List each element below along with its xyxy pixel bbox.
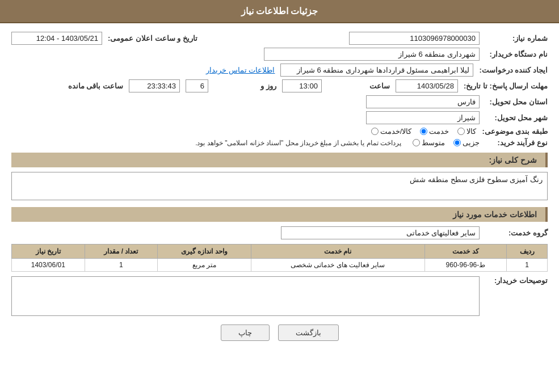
category-option-khadamat: خدمت [420, 127, 449, 136]
col-header-unit: واحد اندازه گیری [158, 245, 251, 259]
cell-quantity: 1 [85, 259, 157, 272]
category-radio-group: کالا/خدمت خدمت کالا [371, 127, 477, 136]
page-header: جزئیات اطلاعات نیاز [0, 0, 559, 23]
category-radio-kala-khadamat[interactable] [371, 128, 379, 135]
description-value: رنگ آمیزی سطوح فلزی سطح منطقه شش [11, 172, 548, 200]
page-wrapper: جزئیات اطلاعات نیاز شماره نیاز: 11030969… [0, 0, 559, 392]
cell-row-num: 1 [507, 259, 548, 272]
category-radio-kala[interactable] [457, 128, 465, 135]
row-service-group: گروه خدمت: سایر فعالیتهای خدماتی [11, 226, 548, 239]
category-khadamat-label: خدمت [429, 127, 449, 136]
description-section-title: شرح کلی نیاز: [11, 153, 548, 167]
page-title: جزئیات اطلاعات نیاز [241, 6, 318, 16]
buyer-org-value: شهرداری منطقه 6 شیراز [264, 48, 480, 61]
row-province: استان محل تحویل: فارس [11, 95, 548, 108]
deadline-remaining: 23:33:43 [129, 79, 180, 92]
col-header-name: نام خدمت [251, 245, 424, 259]
announcement-label: تاریخ و ساعت اعلان عمومی: [108, 34, 197, 43]
service-group-label: گروه خدمت: [485, 229, 548, 237]
row-category: طبقه بندی موضوعی: کالا/خدمت خدمت کالا [11, 127, 548, 136]
deadline-time: 13:00 [282, 79, 322, 92]
table-row: 1 ط-96-96-960 سایر فعالیت های خدماتی شخص… [12, 259, 548, 272]
process-option-jozi: جزیی [453, 138, 480, 147]
category-kala-khadamat-label: کالا/خدمت [380, 127, 412, 136]
province-label: استان محل تحویل: [485, 98, 548, 106]
city-value: شیراز [366, 111, 480, 124]
need-number-value: 1103096978000030 [349, 32, 480, 45]
process-note: پرداخت تمام یا بخشی از مبلغ خریداز محل "… [195, 139, 401, 147]
deadline-remaining-label: ساعت باقی مانده [61, 82, 123, 90]
row-process-type: نوع فرآیند خرید: متوسط جزیی پرداخت تمام … [11, 138, 548, 147]
category-option-kala: کالا [457, 127, 476, 136]
print-button[interactable]: چاپ [221, 324, 270, 341]
description-section: رنگ آمیزی سطوح فلزی سطح منطقه شش [11, 172, 548, 200]
row-buyer-org: نام دستگاه خریدار: شهرداری منطقه 6 شیراز [11, 48, 548, 61]
services-table-header-row: ردیف کد خدمت نام خدمت واحد اندازه گیری ت… [12, 245, 548, 259]
deadline-days: 6 [186, 79, 208, 92]
col-header-row-num: ردیف [507, 245, 548, 259]
buttons-row: بازگشت چاپ [11, 324, 548, 341]
contact-info-link[interactable]: اطلاعات تماس خریدار [206, 66, 275, 74]
buyer-org-label: نام دستگاه خریدار: [485, 50, 548, 58]
deadline-day-label: روز و [214, 82, 276, 90]
process-label: نوع فرآیند خرید: [485, 138, 548, 147]
deadline-date: 1403/05/28 [396, 79, 458, 92]
province-value: فارس [366, 95, 480, 108]
process-option-motawaset: متوسط [413, 138, 445, 147]
service-group-value: سایر فعالیتهای خدماتی [281, 226, 480, 239]
row-city: شهر محل تحویل: شیراز [11, 111, 548, 124]
cell-name: سایر فعالیت های خدماتی شخصی [251, 259, 424, 272]
buyer-desc-textarea[interactable] [11, 276, 480, 316]
requester-label: ایجاد کننده درخواست: [479, 66, 548, 74]
process-jozi-label: جزیی [463, 138, 480, 147]
cell-date: 1403/06/01 [12, 259, 85, 272]
deadline-time-label: ساعت [327, 82, 390, 90]
buyer-desc-label: توصیحات خریدار: [485, 276, 548, 285]
category-radio-khadamat[interactable] [420, 128, 427, 135]
category-label: طبقه بندی موضوعی: [482, 127, 548, 136]
row-need-number: شماره نیاز: 1103096978000030 تاریخ و ساع… [11, 32, 548, 45]
row-deadline: مهلت ارسال پاسخ: تا تاریخ: 1403/05/28 سا… [11, 79, 548, 92]
category-option-kala-khadamat: کالا/خدمت [371, 127, 412, 136]
cell-unit: متر مربع [158, 259, 251, 272]
back-button[interactable]: بازگشت [278, 324, 339, 341]
need-number-label: شماره نیاز: [485, 34, 548, 43]
requester-value: لیلا ابراهیمی مسئول قراردادها شهرداری من… [280, 64, 473, 77]
process-radio-motawaset[interactable] [413, 139, 420, 146]
announcement-value: 1403/05/21 - 12:04 [11, 32, 102, 45]
process-motawaset-label: متوسط [422, 138, 445, 147]
services-section-title: اطلاعات خدمات مورد نیاز [11, 207, 548, 222]
city-label: شهر محل تحویل: [485, 113, 548, 122]
row-buyer-desc: توصیحات خریدار: [11, 276, 548, 316]
col-header-date: تاریخ نیاز [12, 245, 85, 259]
category-kala-label: کالا [466, 127, 476, 136]
col-header-quantity: تعداد / مقدار [85, 245, 157, 259]
col-header-code: کد خدمت [424, 245, 507, 259]
row-requester: ایجاد کننده درخواست: لیلا ابراهیمی مسئول… [11, 64, 548, 77]
cell-code: ط-96-96-960 [424, 259, 507, 272]
process-radio-jozi[interactable] [453, 139, 461, 146]
deadline-label: مهلت ارسال پاسخ: تا تاریخ: [464, 82, 548, 90]
services-table: ردیف کد خدمت نام خدمت واحد اندازه گیری ت… [11, 244, 548, 272]
main-content: شماره نیاز: 1103096978000030 تاریخ و ساع… [0, 23, 559, 358]
process-radio-group: متوسط جزیی [413, 138, 480, 147]
